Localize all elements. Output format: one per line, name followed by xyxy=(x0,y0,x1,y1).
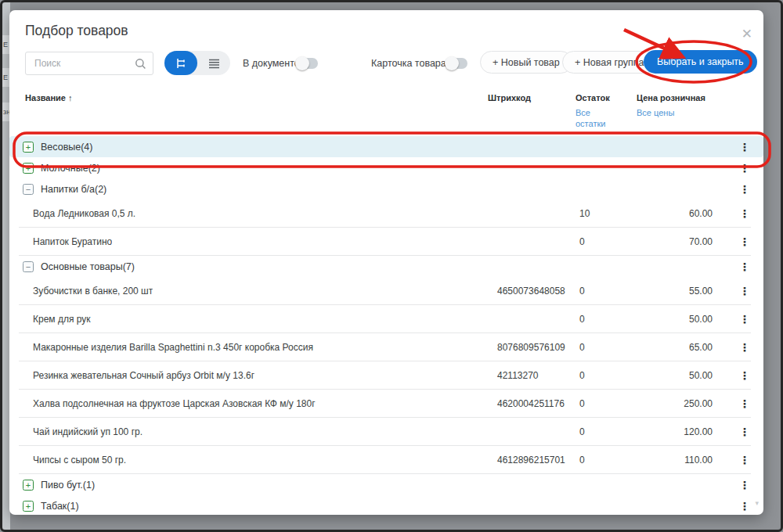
product-row[interactable]: Макаронные изделия Barilla Spaghettini n… xyxy=(9,333,763,361)
collapse-icon[interactable]: − xyxy=(23,184,34,195)
row-menu-kebab-icon[interactable]: ⋮ xyxy=(736,426,753,438)
group-name: Напитки б/а(2) xyxy=(41,184,106,195)
select-and-close-button[interactable]: Выбрать и закрыть xyxy=(644,50,757,74)
price-value: 60.00 xyxy=(637,208,713,219)
expand-icon[interactable]: + xyxy=(23,480,34,491)
collapse-icon[interactable]: − xyxy=(23,261,34,272)
row-menu-kebab-icon[interactable]: ⋮ xyxy=(736,479,753,491)
dialog-title: Подбор товаров xyxy=(25,23,128,39)
row-menu-kebab-icon[interactable]: ⋮ xyxy=(736,207,753,220)
product-row[interactable]: Халва подсолнечная на фруктозе Царская А… xyxy=(9,390,763,418)
row-menu-kebab-icon[interactable]: ⋮ xyxy=(736,454,753,466)
group-name: Табак(1) xyxy=(41,501,79,512)
column-name-label: Название xyxy=(25,93,66,102)
price-value: 50.00 xyxy=(637,370,713,381)
column-header-price: Цена розничная xyxy=(637,93,705,102)
price-value: 250.00 xyxy=(637,398,713,409)
expand-icon[interactable]: + xyxy=(23,501,34,512)
barcode-value: 42113270 xyxy=(497,370,539,381)
new-product-button[interactable]: + Новый товар xyxy=(480,51,572,74)
barcode-value: 4620004251176 xyxy=(497,398,565,409)
group-row[interactable]: +Табак(1)⋮ xyxy=(9,495,763,516)
close-icon[interactable]: ✕ xyxy=(742,27,752,41)
product-row[interactable]: Зубочистки в банке, 200 шт46500736480580… xyxy=(9,277,763,305)
group-row[interactable]: −Основные товары(7)⋮ xyxy=(9,256,763,277)
product-name: Чай индийский уп 100 гр. xyxy=(33,426,143,437)
product-row[interactable]: Вода Ледниковая 0,5 л.1060.00⋮ xyxy=(9,200,763,228)
product-row[interactable]: Резинка жевательная Сочный арбуз Orbit м… xyxy=(9,361,763,390)
product-name: Крем для рук xyxy=(33,314,91,325)
search-input[interactable] xyxy=(33,53,131,74)
product-row[interactable]: Напиток Буратино070.00⋮ xyxy=(9,228,763,256)
row-menu-kebab-icon[interactable]: ⋮ xyxy=(736,141,753,153)
row-menu-kebab-icon[interactable]: ⋮ xyxy=(736,183,753,196)
product-name: Вода Ледниковая 0,5 л. xyxy=(33,208,135,219)
product-card-label: Карточка товара xyxy=(371,58,446,69)
stock-value: 0 xyxy=(579,342,585,353)
price-value: 50.00 xyxy=(637,314,713,325)
group-name: Молочные(2) xyxy=(41,163,100,174)
search-icon xyxy=(135,58,146,70)
product-card-toggle[interactable] xyxy=(446,58,467,69)
stock-value: 0 xyxy=(579,398,585,409)
list-view-icon xyxy=(208,58,220,69)
product-row[interactable]: Чипсы с сыром 50 гр.46128962157010110.00… xyxy=(9,446,763,474)
background-text-fragment: Е xyxy=(3,41,8,49)
row-menu-kebab-icon[interactable]: ⋮ xyxy=(736,235,753,248)
group-row[interactable]: +Пиво бут.(1)⋮ xyxy=(9,474,763,495)
background-text-fragment: Е xyxy=(3,74,8,81)
product-tree-list: +Весовые(4)⋮+Молочные(2)⋮−Напитки б/а(2)… xyxy=(9,136,763,516)
view-mode-toggle xyxy=(164,51,230,75)
product-picker-dialog: ✕ Подбор товаров В документе xyxy=(9,10,763,515)
row-menu-kebab-icon[interactable]: ⋮ xyxy=(736,261,753,273)
row-menu-kebab-icon[interactable]: ⋮ xyxy=(736,397,753,410)
tree-view-button[interactable] xyxy=(164,51,197,75)
sort-ascending-icon: ↑ xyxy=(68,93,73,102)
product-name: Напиток Буратино xyxy=(33,236,112,247)
product-name: Зубочистки в банке, 200 шт xyxy=(33,286,153,297)
group-row[interactable]: +Молочные(2)⋮ xyxy=(9,157,763,178)
all-stock-link[interactable]: Все остатки xyxy=(576,107,613,129)
stock-value: 0 xyxy=(579,314,585,325)
stock-value: 0 xyxy=(579,286,585,297)
group-row[interactable]: +Весовые(4)⋮ xyxy=(9,136,763,157)
stock-value: 10 xyxy=(579,208,590,219)
in-document-toggle[interactable] xyxy=(296,58,318,69)
product-name: Чипсы с сыром 50 гр. xyxy=(33,455,126,466)
barcode-value: 4650073648058 xyxy=(497,286,565,297)
screenshot: Е Е зн ✕ Подбор товаров xyxy=(0,0,783,532)
group-name: Основные товары(7) xyxy=(41,261,135,272)
product-row[interactable]: Крем для рук050.00⋮ xyxy=(9,305,763,333)
product-row[interactable]: Чай индийский уп 100 гр.0120.00⋮ xyxy=(9,418,763,446)
list-view-button[interactable] xyxy=(197,51,230,75)
scrollbar-down-icon[interactable]: ▾ xyxy=(755,499,759,507)
row-menu-kebab-icon[interactable]: ⋮ xyxy=(736,500,753,512)
toggle-knob xyxy=(295,56,309,70)
header-divider xyxy=(19,134,751,135)
price-value: 110.00 xyxy=(637,455,713,466)
stock-value: 0 xyxy=(579,455,585,466)
stock-value: 0 xyxy=(579,426,585,437)
row-menu-kebab-icon[interactable]: ⋮ xyxy=(736,369,753,382)
column-header-barcode: Штрихкод xyxy=(488,93,531,102)
expand-icon[interactable]: + xyxy=(23,142,34,153)
search-box[interactable] xyxy=(25,52,153,75)
tree-view-icon xyxy=(175,57,187,70)
row-menu-kebab-icon[interactable]: ⋮ xyxy=(736,313,753,325)
toggle-knob xyxy=(445,56,459,70)
column-header-name[interactable]: Название ↑ xyxy=(25,93,73,102)
expand-icon[interactable]: + xyxy=(23,163,34,174)
group-row[interactable]: −Напитки б/а(2)⋮ xyxy=(9,178,763,200)
price-value: 55.00 xyxy=(637,286,713,297)
product-name: Резинка жевательная Сочный арбуз Orbit м… xyxy=(33,370,254,381)
in-document-label: В документе xyxy=(243,58,300,69)
price-value: 120.00 xyxy=(637,426,713,437)
row-menu-kebab-icon[interactable]: ⋮ xyxy=(736,162,753,174)
barcode-value: 4612896215701 xyxy=(497,455,565,466)
new-group-button[interactable]: + Новая группа xyxy=(562,51,657,74)
all-prices-link[interactable]: Все цены xyxy=(637,107,674,118)
row-menu-kebab-icon[interactable]: ⋮ xyxy=(736,285,753,297)
group-name: Пиво бут.(1) xyxy=(41,480,95,491)
row-menu-kebab-icon[interactable]: ⋮ xyxy=(736,341,753,354)
price-value: 70.00 xyxy=(637,236,713,247)
